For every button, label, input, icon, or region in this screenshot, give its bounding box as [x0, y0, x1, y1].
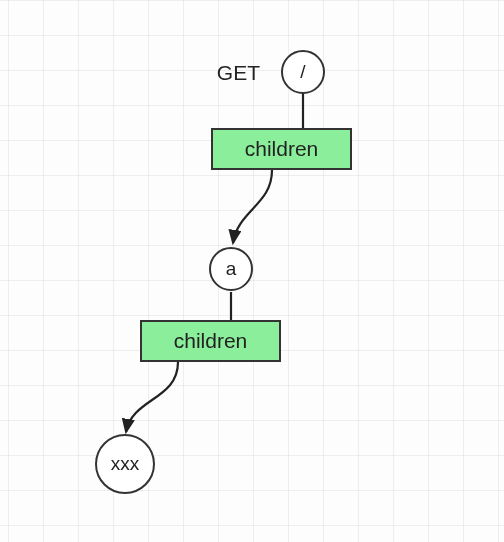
edge-children2-to-xxx — [126, 362, 178, 432]
node-a-label: a — [226, 258, 237, 280]
node-root[interactable]: / — [281, 50, 325, 94]
node-children-2-label: children — [174, 329, 248, 353]
node-children-1[interactable]: children — [211, 128, 352, 170]
diagram-canvas: GET / children a children xxx — [0, 0, 504, 542]
node-children-1-label: children — [245, 137, 319, 161]
node-xxx-label: xxx — [111, 453, 140, 475]
node-xxx[interactable]: xxx — [95, 434, 155, 494]
node-a[interactable]: a — [209, 247, 253, 291]
node-children-2[interactable]: children — [140, 320, 281, 362]
node-root-label: / — [300, 61, 305, 83]
root-side-label: GET — [200, 61, 260, 85]
edge-children1-to-a — [233, 170, 272, 243]
